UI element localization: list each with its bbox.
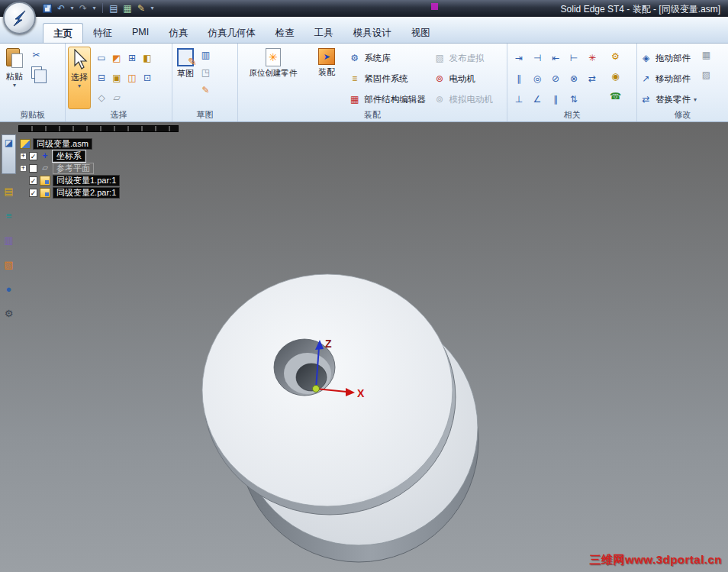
tab-home[interactable]: 主页 [43, 23, 83, 43]
simulate-motor-button[interactable]: ⊚ 模拟电动机 [433, 89, 504, 109]
modify-mirror-icon[interactable]: ▨ [700, 69, 713, 82]
sensors-icon[interactable]: ▥ [2, 234, 16, 247]
tree-item-reference-planes[interactable]: 参考平面 [53, 163, 94, 174]
motor-button[interactable]: ⊚ 电动机 [433, 69, 504, 89]
connect-relation-icon[interactable]: ✳ [586, 52, 599, 65]
application-button[interactable] [3, 2, 36, 34]
insert-relation-icon[interactable]: ⊢ [568, 52, 581, 65]
structure-editor-button[interactable]: ▦ 部件结构编辑器 [348, 89, 430, 109]
tree-item-coordinate-system[interactable]: 坐标系 [53, 150, 85, 162]
layers-icon[interactable]: ≡ [2, 209, 16, 223]
mate-relation-icon[interactable]: ⇥ [513, 52, 526, 65]
visibility-checkbox-checked[interactable]: ✓ [29, 176, 37, 185]
options-icon[interactable]: ⚙ [2, 307, 16, 321]
cam-relation-icon[interactable]: ⊗ [568, 73, 581, 86]
create-part-in-place-button[interactable]: ✳ 原位创建零件 [240, 47, 306, 109]
expand-toggle-icon[interactable]: + [20, 153, 27, 160]
copy-button[interactable] [30, 66, 43, 79]
tab-features[interactable]: 特征 [83, 23, 122, 43]
move-component-button[interactable]: ↗ 移动部件 [639, 69, 697, 89]
select-remove-icon[interactable]: ⊟ [95, 72, 108, 85]
center-plane-relation-icon[interactable]: ⇅ [568, 93, 581, 106]
family-of-assemblies-icon[interactable]: ▧ [2, 258, 16, 272]
tree-row-coordinate-system: + ✓ + 坐标系 [20, 150, 120, 162]
sheet-icon-button[interactable]: ▦ [121, 2, 134, 15]
select-dropdown[interactable]: ▾ [78, 83, 81, 89]
save-button[interactable] [41, 2, 53, 15]
ribbon-group-relate: ⇥ ⊣ ⇤ ⊢ ✳ ∥ ◎ ⊘ ⊗ ⇄ ⊥ ∠ ∥ ⇅ ⚙ ◉ [507, 44, 637, 121]
3d-viewport[interactable]: Z X ◪ ▤ ≡ ▥ ▧ ● ⚙ 同级变量.asm + ✓ + [0, 122, 728, 572]
customize-toolbar-dropdown[interactable]: ▾ [149, 2, 156, 15]
docked-toolbar-strip[interactable] [18, 125, 179, 132]
select-plane-icon[interactable]: ▱ [111, 92, 124, 105]
move-component-icon: ↗ [639, 73, 652, 86]
tree-item-part-1[interactable]: 同级变量1.par:1 [53, 175, 120, 186]
tab-pmi[interactable]: PMI [122, 23, 159, 43]
sketch-button[interactable]: ✎ 草图 [175, 47, 196, 109]
tab-simulation[interactable]: 仿真 [159, 23, 198, 43]
assemble-button[interactable]: ➤ 装配 [309, 47, 346, 109]
document-icon-button[interactable]: ▤ [108, 2, 120, 15]
select-face-icon[interactable]: ⊡ [141, 72, 154, 85]
visibility-checkbox-unchecked[interactable] [29, 164, 37, 173]
sketch-edit-icon[interactable]: ✎ [199, 84, 212, 97]
modify-pattern-icon[interactable]: ▦ [700, 49, 713, 62]
expand-toggle-icon[interactable]: + [20, 165, 27, 172]
match-coordinate-icon[interactable]: ⇄ [586, 73, 599, 86]
undo-button[interactable]: ↶ [55, 2, 67, 15]
relation-manager-icon[interactable]: ⚙ [609, 50, 622, 63]
web-browser-icon[interactable]: ● [2, 283, 16, 296]
select-tool-button[interactable]: 选择 ▾ [68, 47, 91, 109]
system-library-label: 系统库 [364, 53, 391, 64]
tree-item-root[interactable]: 同级变量.asm [33, 138, 92, 150]
publish-virtual-button[interactable]: ▧ 发布虚拟 [433, 49, 504, 69]
gear-relation-icon[interactable]: ◎ [531, 73, 544, 86]
parts-library-icon[interactable]: ▤ [2, 185, 16, 199]
perpendicular-relation-icon[interactable]: ⊥ [513, 93, 526, 106]
paste-dropdown[interactable]: ▾ [13, 82, 16, 88]
select-options-icon[interactable]: ◇ [95, 92, 108, 105]
tab-mold-design[interactable]: 模具设计 [343, 23, 401, 43]
fastener-system-button[interactable]: ≡ 紧固件系统 [348, 69, 430, 89]
sketch-copy-icon[interactable]: ◳ [199, 66, 212, 79]
visibility-checkbox-checked[interactable]: ✓ [29, 189, 37, 197]
system-library-button[interactable]: ⚙ 系统库 [348, 49, 430, 69]
parallel-relation-icon[interactable]: ∥ [513, 73, 526, 86]
tab-view[interactable]: 视图 [401, 23, 440, 43]
relation-assistant-icon[interactable]: ◉ [609, 70, 622, 83]
angle-relation-icon[interactable]: ∠ [531, 93, 544, 106]
replace-part-button[interactable]: ⇄ 替换零件 ▾ [639, 89, 697, 109]
planar-align-icon[interactable]: ⊣ [531, 52, 544, 65]
toolbar-separator [102, 3, 103, 13]
x-axis-label: X [357, 387, 365, 399]
sketch-label: 草图 [177, 68, 194, 79]
redo-button[interactable]: ↷ [77, 2, 89, 15]
style-icon-button[interactable]: ✎ [135, 2, 147, 15]
redo-dropdown[interactable]: ▾ [91, 2, 98, 15]
motor-label: 电动机 [449, 73, 476, 85]
path-relation-icon[interactable]: ∥ [549, 93, 562, 106]
undo-dropdown[interactable]: ▾ [69, 2, 76, 15]
sketch-view-icon[interactable]: ▥ [199, 49, 212, 62]
drag-component-button[interactable]: ◈ 拖动部件 [639, 49, 697, 69]
axial-align-icon[interactable]: ⇤ [549, 52, 562, 65]
modify-group-label: 修改 [637, 109, 728, 121]
select-add-icon[interactable]: ⊞ [126, 52, 139, 65]
cut-button[interactable]: ✂ [30, 49, 43, 62]
select-filter-icon[interactable]: ▣ [111, 72, 124, 85]
tab-simulation-geometry[interactable]: 仿真几何体 [198, 23, 266, 43]
paste-button[interactable]: 粘贴 ▾ [2, 47, 27, 109]
select-component-icon[interactable]: ◫ [126, 72, 139, 85]
select-inside-icon[interactable]: ◩ [111, 52, 124, 65]
cylinder-part-1[interactable] [202, 274, 456, 515]
select-rect-icon[interactable]: ▭ [95, 52, 108, 65]
pathfinder-tab[interactable]: ◪ [2, 134, 16, 174]
tab-inspect[interactable]: 检查 [266, 23, 304, 43]
tangent-relation-icon[interactable]: ⊘ [549, 73, 562, 86]
replace-part-dropdown[interactable]: ▾ [694, 97, 697, 102]
visibility-checkbox-checked[interactable]: ✓ [29, 152, 37, 160]
relation-options-icon[interactable]: ☎ [609, 90, 622, 103]
tab-tools[interactable]: 工具 [304, 23, 343, 43]
tree-item-part-2[interactable]: 同级变量2.par:1 [53, 187, 120, 199]
select-mode-icon[interactable]: ◧ [141, 52, 154, 65]
